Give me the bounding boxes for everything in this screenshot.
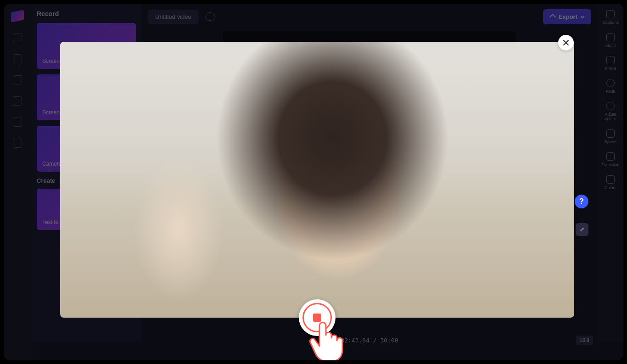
recording-modal: [60, 42, 574, 318]
stop-ring-icon: [302, 303, 332, 332]
stop-recording-button[interactable]: [299, 299, 336, 336]
camera-feed: [60, 42, 574, 318]
close-icon: [563, 39, 569, 46]
app-shell: Record Screen & camera Screen Camera Cre…: [4, 4, 623, 360]
close-modal-button[interactable]: [558, 35, 574, 50]
help-button[interactable]: ?: [575, 195, 588, 208]
expand-preview-button[interactable]: ⤢: [576, 223, 588, 236]
stop-square-icon: [313, 314, 321, 322]
